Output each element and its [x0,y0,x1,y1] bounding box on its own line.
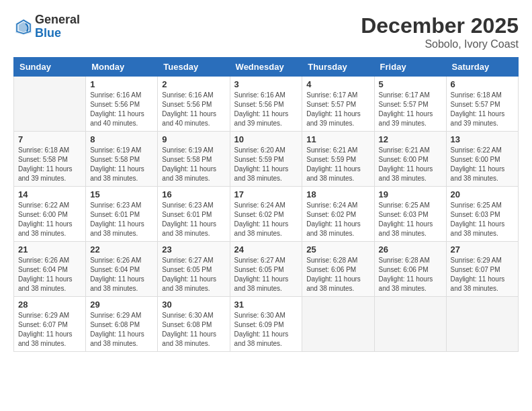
day-number: 23 [162,244,225,255]
month-title: December 2025 [361,13,519,38]
col-wednesday: Wednesday [230,58,302,77]
day-number: 3 [234,79,298,89]
table-row: 9Sunrise: 6:19 AM Sunset: 5:58 PM Daylig… [158,132,230,187]
day-info: Sunrise: 6:19 AM Sunset: 5:58 PM Dayligh… [162,146,225,183]
day-info: Sunrise: 6:26 AM Sunset: 6:04 PM Dayligh… [90,256,153,293]
day-number: 9 [162,134,225,144]
page-header: General Blue December 2025 Sobolo, Ivory… [13,13,519,50]
table-row: 4Sunrise: 6:17 AM Sunset: 5:57 PM Daylig… [302,77,374,132]
day-info: Sunrise: 6:21 AM Sunset: 5:59 PM Dayligh… [306,146,369,183]
table-row: 5Sunrise: 6:17 AM Sunset: 5:57 PM Daylig… [374,77,446,132]
col-monday: Monday [86,58,158,77]
table-row: 16Sunrise: 6:23 AM Sunset: 6:01 PM Dayli… [158,187,230,242]
table-row [446,297,518,352]
col-sunday: Sunday [14,58,86,77]
table-row: 22Sunrise: 6:26 AM Sunset: 6:04 PM Dayli… [86,242,158,297]
day-info: Sunrise: 6:28 AM Sunset: 6:06 PM Dayligh… [306,256,369,293]
table-row: 31Sunrise: 6:30 AM Sunset: 6:09 PM Dayli… [230,297,302,352]
day-info: Sunrise: 6:25 AM Sunset: 6:03 PM Dayligh… [451,201,514,238]
calendar-header-row: Sunday Monday Tuesday Wednesday Thursday… [14,58,519,77]
day-info: Sunrise: 6:29 AM Sunset: 6:07 PM Dayligh… [18,311,81,349]
day-info: Sunrise: 6:20 AM Sunset: 5:59 PM Dayligh… [234,146,298,183]
day-number: 31 [234,300,298,310]
day-number: 25 [306,244,369,255]
logo: General Blue [13,13,80,40]
day-info: Sunrise: 6:16 AM Sunset: 5:56 PM Dayligh… [162,91,225,128]
table-row: 2Sunrise: 6:16 AM Sunset: 5:56 PM Daylig… [158,77,230,132]
calendar-week-row: 28Sunrise: 6:29 AM Sunset: 6:07 PM Dayli… [14,297,519,352]
table-row: 24Sunrise: 6:27 AM Sunset: 6:05 PM Dayli… [230,242,302,297]
day-number: 13 [451,134,514,144]
day-number: 12 [379,134,442,144]
col-tuesday: Tuesday [158,58,230,77]
table-row: 3Sunrise: 6:16 AM Sunset: 5:56 PM Daylig… [230,77,302,132]
calendar-week-row: 1Sunrise: 6:16 AM Sunset: 5:56 PM Daylig… [14,77,519,132]
calendar-week-row: 7Sunrise: 6:18 AM Sunset: 5:58 PM Daylig… [14,132,519,187]
day-number: 7 [18,134,81,144]
table-row: 18Sunrise: 6:24 AM Sunset: 6:02 PM Dayli… [302,187,374,242]
day-number: 5 [379,79,442,89]
table-row: 13Sunrise: 6:22 AM Sunset: 6:00 PM Dayli… [446,132,518,187]
day-info: Sunrise: 6:18 AM Sunset: 5:57 PM Dayligh… [451,91,514,128]
table-row: 12Sunrise: 6:21 AM Sunset: 6:00 PM Dayli… [374,132,446,187]
day-info: Sunrise: 6:24 AM Sunset: 6:02 PM Dayligh… [234,201,298,238]
day-number: 15 [90,189,153,199]
table-row: 21Sunrise: 6:26 AM Sunset: 6:04 PM Dayli… [14,242,86,297]
day-number: 27 [451,244,514,255]
day-info: Sunrise: 6:29 AM Sunset: 6:07 PM Dayligh… [451,256,514,293]
day-info: Sunrise: 6:30 AM Sunset: 6:09 PM Dayligh… [234,311,298,349]
day-number: 30 [162,300,225,310]
day-number: 29 [90,300,153,310]
day-info: Sunrise: 6:19 AM Sunset: 5:58 PM Dayligh… [90,146,153,183]
logo-icon [13,17,34,37]
day-number: 19 [379,189,442,199]
logo-general: General [35,13,80,27]
day-info: Sunrise: 6:16 AM Sunset: 5:56 PM Dayligh… [90,91,153,128]
day-info: Sunrise: 6:25 AM Sunset: 6:03 PM Dayligh… [379,201,442,238]
day-number: 28 [18,300,81,310]
day-info: Sunrise: 6:24 AM Sunset: 6:02 PM Dayligh… [306,201,369,238]
day-number: 22 [90,244,153,255]
table-row: 15Sunrise: 6:23 AM Sunset: 6:01 PM Dayli… [86,187,158,242]
day-info: Sunrise: 6:17 AM Sunset: 5:57 PM Dayligh… [379,91,442,128]
table-row: 7Sunrise: 6:18 AM Sunset: 5:58 PM Daylig… [14,132,86,187]
day-number: 16 [162,189,225,199]
col-friday: Friday [374,58,446,77]
day-info: Sunrise: 6:29 AM Sunset: 6:08 PM Dayligh… [90,311,153,349]
day-number: 4 [306,79,369,89]
day-info: Sunrise: 6:16 AM Sunset: 5:56 PM Dayligh… [234,91,298,128]
table-row [374,297,446,352]
day-info: Sunrise: 6:18 AM Sunset: 5:58 PM Dayligh… [18,146,81,183]
table-row: 6Sunrise: 6:18 AM Sunset: 5:57 PM Daylig… [446,77,518,132]
day-number: 26 [379,244,442,255]
table-row: 14Sunrise: 6:22 AM Sunset: 6:00 PM Dayli… [14,187,86,242]
day-info: Sunrise: 6:22 AM Sunset: 6:00 PM Dayligh… [18,201,81,238]
table-row: 25Sunrise: 6:28 AM Sunset: 6:06 PM Dayli… [302,242,374,297]
calendar-week-row: 14Sunrise: 6:22 AM Sunset: 6:00 PM Dayli… [14,187,519,242]
day-info: Sunrise: 6:21 AM Sunset: 6:00 PM Dayligh… [379,146,442,183]
table-row [14,77,86,132]
table-row: 26Sunrise: 6:28 AM Sunset: 6:06 PM Dayli… [374,242,446,297]
day-info: Sunrise: 6:27 AM Sunset: 6:05 PM Dayligh… [234,256,298,293]
col-thursday: Thursday [302,58,374,77]
day-number: 10 [234,134,298,144]
table-row: 17Sunrise: 6:24 AM Sunset: 6:02 PM Dayli… [230,187,302,242]
day-info: Sunrise: 6:22 AM Sunset: 6:00 PM Dayligh… [451,146,514,183]
day-info: Sunrise: 6:28 AM Sunset: 6:06 PM Dayligh… [379,256,442,293]
day-info: Sunrise: 6:27 AM Sunset: 6:05 PM Dayligh… [162,256,225,293]
day-number: 21 [18,244,81,255]
calendar-week-row: 21Sunrise: 6:26 AM Sunset: 6:04 PM Dayli… [14,242,519,297]
day-number: 11 [306,134,369,144]
logo-blue: Blue [35,27,80,40]
day-number: 8 [90,134,153,144]
table-row: 20Sunrise: 6:25 AM Sunset: 6:03 PM Dayli… [446,187,518,242]
day-info: Sunrise: 6:30 AM Sunset: 6:08 PM Dayligh… [162,311,225,349]
table-row: 27Sunrise: 6:29 AM Sunset: 6:07 PM Dayli… [446,242,518,297]
day-info: Sunrise: 6:23 AM Sunset: 6:01 PM Dayligh… [162,201,225,238]
table-row: 28Sunrise: 6:29 AM Sunset: 6:07 PM Dayli… [14,297,86,352]
day-number: 24 [234,244,298,255]
day-number: 18 [306,189,369,199]
table-row: 8Sunrise: 6:19 AM Sunset: 5:58 PM Daylig… [86,132,158,187]
logo-text: General Blue [35,13,80,40]
day-number: 6 [451,79,514,89]
